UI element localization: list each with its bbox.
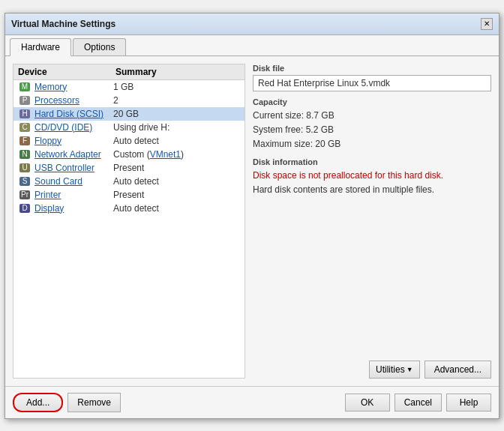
current-size-text: Current size: 8.7 GB	[253, 109, 491, 123]
network-name[interactable]: Network Adapter	[34, 149, 113, 160]
utilities-dropdown-arrow: ▼	[406, 366, 413, 373]
tab-options[interactable]: Options	[73, 38, 126, 55]
device-row-display[interactable]: D Display Auto detect	[14, 202, 244, 215]
device-row-harddisk[interactable]: H Hard Disk (SCSI) 20 GB	[14, 107, 244, 121]
disk-info-line1: Disk space is not preallocated for this …	[253, 169, 491, 183]
utilities-label: Utilities	[376, 364, 405, 375]
network-icon: N	[18, 149, 32, 160]
remove-button[interactable]: Remove	[68, 393, 121, 412]
processor-icon: P	[18, 95, 32, 106]
capacity-label: Capacity	[253, 97, 491, 106]
harddisk-summary: 20 GB	[113, 109, 240, 119]
disk-info-line1-text: Disk space is not preallocated for this …	[253, 170, 443, 181]
disk-info-line2: Hard disk contents are stored in multipl…	[253, 183, 491, 197]
utilities-button[interactable]: Utilities ▼	[369, 361, 420, 379]
bottom-bar: Add... Remove OK Cancel Help	[5, 386, 499, 418]
device-row-floppy[interactable]: F Floppy Auto detect	[14, 134, 244, 148]
usb-icon: U	[18, 163, 32, 173]
device-row-sound[interactable]: S Sound Card Auto detect	[14, 175, 244, 188]
capacity-section: Capacity Current size: 8.7 GB System fre…	[253, 97, 491, 152]
sound-name[interactable]: Sound Card	[34, 176, 113, 187]
device-row-memory[interactable]: M Memory 1 GB	[14, 80, 244, 94]
display-name[interactable]: Display	[34, 203, 113, 214]
device-row-cddvd[interactable]: C CD/DVD (IDE) Using drive H:	[14, 121, 244, 134]
add-button[interactable]: Add...	[13, 393, 63, 412]
col-summary-header: Summary	[116, 67, 157, 77]
processor-summary: 2	[113, 95, 240, 106]
title-bar: Virtual Machine Settings ✕	[5, 13, 499, 35]
printer-icon: Pr	[18, 190, 32, 200]
main-content: Device Summary M Memory 1 GB P Processor…	[5, 56, 499, 386]
harddisk-name[interactable]: Hard Disk (SCSI)	[34, 109, 113, 119]
device-row-network[interactable]: N Network Adapter Custom (VMnet1)	[14, 148, 244, 161]
usb-name[interactable]: USB Controller	[34, 163, 113, 173]
disk-info-section: Disk information Disk space is not preal…	[253, 157, 491, 197]
close-button[interactable]: ✕	[481, 18, 493, 30]
floppy-summary: Auto detect	[113, 136, 240, 146]
memory-name[interactable]: Memory	[34, 82, 113, 92]
cddvd-icon: C	[18, 122, 32, 133]
virtual-machine-settings-window: Virtual Machine Settings ✕ Hardware Opti…	[4, 13, 500, 419]
device-list-body: M Memory 1 GB P Processors 2 H Hard Disk…	[14, 80, 244, 378]
col-device-header: Device	[18, 67, 116, 77]
disk-file-value: Red Hat Enterprise Linux 5.vmdk	[253, 75, 491, 91]
maximum-size-text: Maximum size: 20 GB	[253, 137, 491, 151]
display-summary: Auto detect	[113, 203, 240, 214]
printer-summary: Present	[113, 190, 240, 200]
sound-summary: Auto detect	[113, 176, 240, 187]
floppy-name[interactable]: Floppy	[34, 136, 113, 146]
cddvd-name[interactable]: CD/DVD (IDE)	[34, 122, 113, 133]
help-button[interactable]: Help	[446, 394, 491, 412]
system-free-text: System free: 5.2 GB	[253, 123, 491, 137]
add-remove-buttons: Add... Remove	[13, 393, 121, 412]
display-icon: D	[18, 203, 32, 214]
memory-icon: M	[18, 82, 32, 92]
right-panel: Disk file Red Hat Enterprise Linux 5.vmd…	[253, 64, 491, 379]
device-row-printer[interactable]: Pr Printer Present	[14, 188, 244, 202]
disk-info-label: Disk information	[253, 157, 491, 166]
advanced-button[interactable]: Advanced...	[424, 361, 491, 379]
sound-icon: S	[18, 176, 32, 187]
tab-hardware[interactable]: Hardware	[10, 38, 71, 56]
network-summary: Custom (VMnet1)	[113, 149, 240, 160]
disk-file-label: Disk file	[253, 64, 491, 73]
cancel-button[interactable]: Cancel	[394, 394, 442, 412]
memory-summary: 1 GB	[113, 82, 240, 92]
disk-file-section: Disk file Red Hat Enterprise Linux 5.vmd…	[253, 64, 491, 91]
dialog-buttons: OK Cancel Help	[345, 394, 491, 412]
processor-name[interactable]: Processors	[34, 95, 113, 106]
tab-bar: Hardware Options	[5, 35, 499, 56]
device-list-header: Device Summary	[14, 64, 244, 80]
device-list-panel: Device Summary M Memory 1 GB P Processor…	[13, 64, 245, 379]
ok-button[interactable]: OK	[345, 394, 390, 412]
floppy-icon: F	[18, 136, 32, 146]
right-action-buttons: Utilities ▼ Advanced...	[253, 361, 491, 379]
device-row-usb[interactable]: U USB Controller Present	[14, 161, 244, 175]
window-title: Virtual Machine Settings	[11, 19, 116, 29]
printer-name[interactable]: Printer	[34, 190, 113, 200]
cddvd-summary: Using drive H:	[113, 122, 240, 133]
harddisk-icon: H	[18, 109, 32, 119]
usb-summary: Present	[113, 163, 240, 173]
device-row-processors[interactable]: P Processors 2	[14, 94, 244, 107]
